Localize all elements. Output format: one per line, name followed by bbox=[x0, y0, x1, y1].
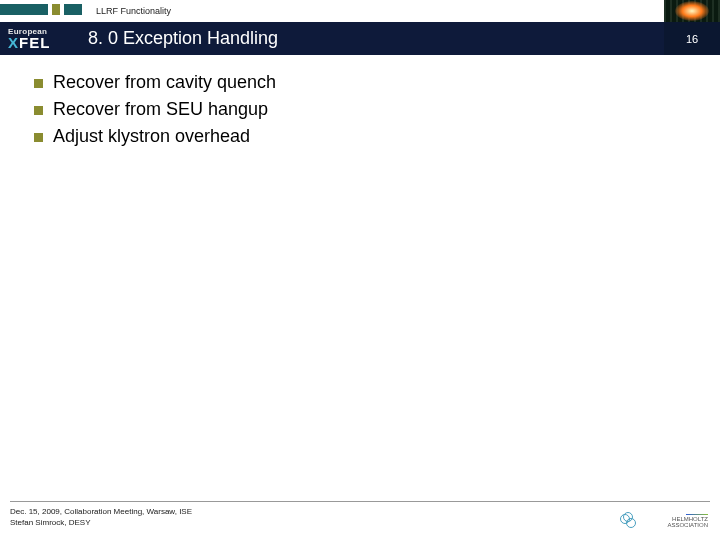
footer-divider bbox=[10, 501, 710, 502]
footer-logos: HELMHOLTZ ASSOCIATION bbox=[620, 512, 708, 530]
breadcrumb: LLRF Functionality bbox=[96, 6, 171, 16]
bullet-item: Adjust klystron overhead bbox=[34, 126, 660, 147]
crumb-accent-3 bbox=[64, 4, 82, 15]
bullet-icon bbox=[34, 133, 43, 142]
content-area: Recover from cavity quench Recover from … bbox=[34, 72, 660, 153]
logo-x: X bbox=[8, 34, 19, 51]
bullet-text: Recover from SEU hangup bbox=[53, 99, 268, 120]
partner-logo-helmholtz: HELMHOLTZ ASSOCIATION bbox=[668, 514, 708, 528]
footer-text: Dec. 15, 2009, Collaboration Meeting, Wa… bbox=[10, 506, 192, 528]
page-title: 8. 0 Exception Handling bbox=[88, 28, 278, 49]
bullet-icon bbox=[34, 79, 43, 88]
bullet-item: Recover from cavity quench bbox=[34, 72, 660, 93]
crumb-accent-2 bbox=[52, 4, 60, 15]
slide-number-box: 16 bbox=[664, 22, 720, 55]
bullet-text: Recover from cavity quench bbox=[53, 72, 276, 93]
decorative-thumbnail bbox=[664, 0, 720, 22]
bullet-item: Recover from SEU hangup bbox=[34, 99, 660, 120]
thumbnail-glow bbox=[675, 1, 709, 21]
logo-main-text: XFEL bbox=[8, 36, 80, 50]
xfel-logo: European XFEL bbox=[8, 25, 80, 52]
partner-logo-circles bbox=[620, 512, 638, 530]
bullet-text: Adjust klystron overhead bbox=[53, 126, 250, 147]
title-bar: European XFEL 8. 0 Exception Handling bbox=[0, 22, 720, 55]
crumb-accent-1 bbox=[0, 4, 48, 15]
bullet-icon bbox=[34, 106, 43, 115]
breadcrumb-row: LLRF Functionality bbox=[0, 0, 720, 22]
footer-line-1: Dec. 15, 2009, Collaboration Meeting, Wa… bbox=[10, 506, 192, 517]
slide: LLRF Functionality European XFEL 8. 0 Ex… bbox=[0, 0, 720, 540]
footer-line-2: Stefan Simrock, DESY bbox=[10, 517, 192, 528]
slide-number: 16 bbox=[686, 33, 698, 45]
logo-fel: FEL bbox=[19, 34, 50, 51]
